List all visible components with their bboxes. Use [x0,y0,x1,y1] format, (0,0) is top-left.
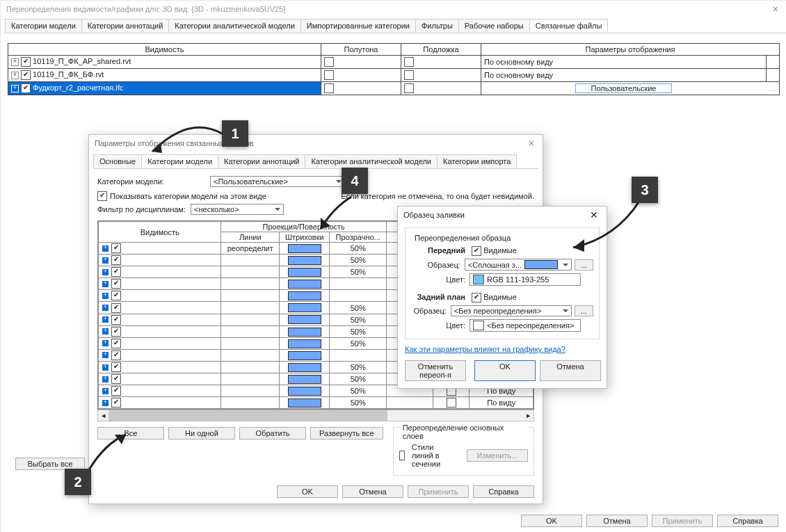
scroll-right-icon[interactable]: ▸ [523,410,534,421]
linked-files-table[interactable]: Видимость Полутона Подложка Параметры от… [8,43,780,95]
visibility-checkbox[interactable] [21,57,31,67]
display-setting[interactable]: По основному виду [481,69,767,82]
visibility-checkbox[interactable] [111,255,121,265]
visibility-checkbox[interactable] [111,339,121,348]
tab-worksets[interactable]: Рабочие наборы [458,19,530,33]
fg-pattern-browse[interactable]: ... [575,259,593,271]
help-link[interactable]: Как эти параметры влияют на графику вида… [405,345,566,353]
tab-basics[interactable]: Основные [93,154,142,168]
model-categories-dropdown[interactable]: <Пользовательские> [210,176,345,187]
help-button[interactable]: Справка [717,515,778,527]
tab-analytical-categories[interactable]: Категории аналитической модели [305,154,438,168]
expand-icon[interactable]: + [102,316,109,323]
tab-filters[interactable]: Фильтры [415,19,459,33]
halftone-checkbox[interactable] [324,57,334,67]
halftone-checkbox[interactable] [324,70,334,80]
expand-icon[interactable]: + [11,85,19,92]
dots-icon[interactable]: … [769,84,776,92]
visibility-checkbox[interactable] [111,243,121,253]
visibility-checkbox[interactable] [111,267,121,277]
bg-color-picker[interactable]: <Без переопределения> [470,319,581,332]
expand-icon[interactable]: + [102,328,109,335]
hatch-swatch[interactable] [288,398,321,408]
halftone-checkbox[interactable] [447,398,456,408]
tab-annotation-categories[interactable]: Категории аннотаций [218,154,305,168]
hatch-swatch[interactable] [288,256,321,265]
bg-pattern-dropdown[interactable]: <Без переопределения> [451,305,572,316]
expand-icon[interactable]: + [102,280,109,288]
halftone-checkbox[interactable] [324,83,334,93]
display-setting-button[interactable]: Пользовательские [575,83,673,93]
bg-visible-checkbox[interactable] [472,293,481,303]
underlay-checkbox[interactable] [404,70,414,80]
horizontal-scrollbar[interactable]: ◂ ▸ [97,410,534,421]
visibility-checkbox[interactable] [21,70,31,80]
apply-button[interactable]: Применить [408,485,469,498]
table-row[interactable]: + 10119_П_ФК_БФ.rvt По основному виду [8,69,780,82]
cancel-button[interactable]: Отмена [540,360,601,381]
visibility-checkbox[interactable] [111,279,121,289]
ok-button[interactable]: OK [277,485,338,498]
reset-overrides-button[interactable]: Отменить переоп-я [405,360,466,381]
discipline-filter-dropdown[interactable]: <несколько> [191,204,284,215]
tab-import-categories[interactable]: Категории импорта [437,154,517,168]
hatch-swatch[interactable] [288,268,321,277]
ok-button[interactable]: OK [521,515,582,527]
tab-imported-categories[interactable]: Импортированные категории [300,19,416,33]
select-all-button[interactable]: Все [97,427,164,440]
close-icon[interactable]: × [770,3,781,15]
expand-icon[interactable]: + [102,245,109,252]
expand-icon[interactable]: + [102,339,109,347]
tab-model-categories[interactable]: Категории модели [5,19,82,33]
apply-button[interactable]: Применить [652,515,713,527]
hatch-swatch[interactable] [288,339,321,348]
hatch-swatch[interactable] [288,291,321,300]
hatch-swatch[interactable] [288,375,321,384]
visibility-checkbox[interactable] [21,83,31,93]
bg-pattern-browse[interactable]: ... [575,305,593,316]
visibility-checkbox[interactable] [111,398,121,408]
tab-annotation-categories[interactable]: Категории аннотаций [81,19,169,33]
visibility-checkbox[interactable] [111,350,121,360]
expand-icon[interactable]: + [102,268,109,276]
visibility-checkbox[interactable] [111,303,121,313]
visibility-checkbox[interactable] [111,315,121,325]
hatch-swatch[interactable] [288,351,321,360]
underlay-checkbox[interactable] [404,83,414,93]
expand-icon[interactable]: + [102,376,109,383]
select-none-button[interactable]: Ни одной [168,427,235,440]
tab-analytical-categories[interactable]: Категории аналитической модели [168,19,301,33]
fg-visible-checkbox[interactable] [472,246,481,256]
hatch-swatch[interactable] [288,303,321,312]
ok-button[interactable]: OK [474,360,536,381]
fg-color-picker[interactable]: RGB 111-193-255 [470,273,581,286]
expand-icon[interactable]: + [11,72,19,79]
table-row-selected[interactable]: + Фудкорт_r2_расчетная.ifc Пользовательс… [8,82,780,95]
scroll-left-icon[interactable]: ◂ [98,410,109,421]
hatch-swatch[interactable] [288,244,321,253]
show-categories-checkbox[interactable] [97,191,107,201]
tab-linked-files[interactable]: Связанные файлы [529,19,609,33]
visibility-checkbox[interactable] [111,362,121,372]
hatch-swatch[interactable] [288,328,321,337]
help-button[interactable]: Справка [473,485,534,498]
cancel-button[interactable]: Отмена [342,485,403,498]
fg-pattern-dropdown[interactable]: <Сплошная з... [465,259,572,271]
tab-model-categories[interactable]: Категории модели [141,154,218,168]
expand-icon[interactable]: + [102,257,109,264]
table-row[interactable]: + Гибкие воздуховоды50%По виду [99,397,534,409]
expand-icon[interactable]: + [102,351,109,359]
expand-icon[interactable]: + [102,304,109,312]
visibility-checkbox[interactable] [111,291,121,300]
visibility-checkbox[interactable] [111,386,121,396]
expand-icon[interactable]: + [102,292,109,300]
underlay-checkbox[interactable] [404,57,414,67]
table-row[interactable]: + 10119_П_ФК_АР_shared.rvt По основному … [8,56,780,69]
expand-icon[interactable]: + [11,58,19,66]
cut-line-styles-checkbox[interactable] [399,451,405,460]
invert-button[interactable]: Обратить [239,427,306,440]
close-icon[interactable]: ✕ [587,209,601,220]
visibility-checkbox[interactable] [111,327,121,337]
hatch-swatch[interactable] [288,280,321,289]
expand-icon[interactable]: + [102,387,109,395]
